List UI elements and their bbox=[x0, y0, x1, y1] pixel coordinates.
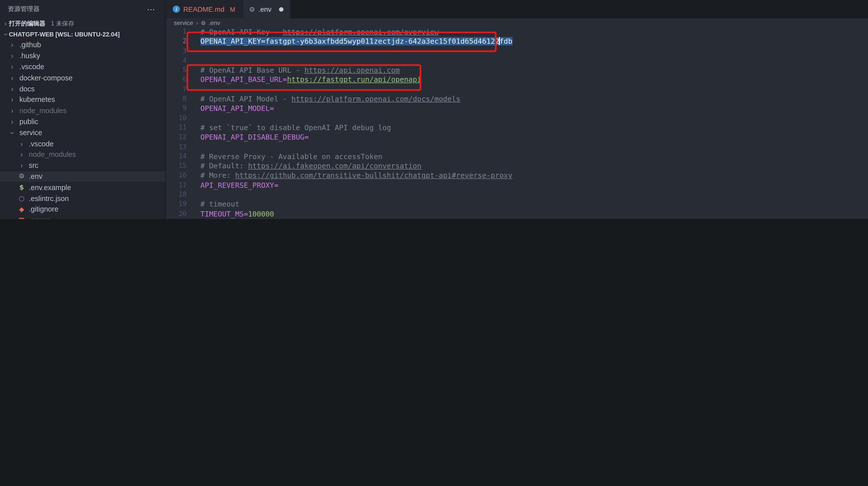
code-line-1[interactable]: 1# OpenAI API Key - https://platform.ope… bbox=[166, 27, 868, 37]
line-number: 11 bbox=[166, 123, 191, 132]
file-label: .npmrc bbox=[29, 216, 51, 219]
folder-chevron-slot: › bbox=[17, 139, 27, 148]
tree-item-.vscode[interactable]: ›.vscode bbox=[0, 138, 165, 149]
text-segment: # OpenAI API Model - bbox=[200, 95, 291, 103]
tree-item-.env[interactable]: ⚙.env bbox=[0, 171, 165, 182]
workspace-root-label: CHATGPT-WEB [WSL: UBUNTU-22.04] bbox=[9, 31, 120, 37]
file-label: service bbox=[20, 128, 42, 137]
file-label: .env.example bbox=[29, 183, 71, 192]
code-line-5[interactable]: 5# OpenAI API Base URL - https://api.ope… bbox=[166, 65, 868, 75]
line-number: 19 bbox=[166, 200, 191, 209]
tree-item-kubernetes[interactable]: ›kubernetes bbox=[0, 94, 165, 105]
tab-readme[interactable]: i README.md M bbox=[166, 0, 242, 18]
tree-item-.vscode[interactable]: ›.vscode bbox=[0, 61, 165, 72]
code-line-18[interactable]: 18 bbox=[166, 190, 868, 200]
line-content: API_REVERSE_PROXY= bbox=[191, 180, 278, 190]
tree-item-.gitignore[interactable]: ◆.gitignore bbox=[0, 204, 165, 215]
folder-chevron-slot: › bbox=[7, 74, 17, 82]
line-content: # OpenAI API Base URL - https://api.open… bbox=[191, 65, 400, 75]
file-label: node_modules bbox=[29, 150, 76, 159]
tab-env[interactable]: ⚙ .env bbox=[242, 0, 291, 18]
code-line-17[interactable]: 17API_REVERSE_PROXY= bbox=[166, 180, 868, 190]
git-icon: ◆ bbox=[17, 205, 26, 213]
line-number: 9 bbox=[166, 104, 191, 113]
code-line-19[interactable]: 19# timeout bbox=[166, 200, 868, 209]
tree-item-service[interactable]: ›service bbox=[0, 127, 165, 138]
tree-item-node_modules[interactable]: ›node_modules bbox=[0, 149, 165, 160]
code-line-6[interactable]: 6OPENAI_API_BASE_URL=https://fastgpt.run… bbox=[166, 75, 868, 85]
line-content: # timeout bbox=[191, 200, 239, 209]
line-number: 6 bbox=[166, 75, 191, 85]
explorer-sidebar: 资源管理器 ⋯ › 打开的编辑器 1 未保存 › CHATGPT-WEB [WS… bbox=[0, 0, 166, 219]
text-segment: # Default: bbox=[200, 162, 248, 170]
file-icon-slot: ○ bbox=[17, 195, 27, 202]
file-label: .husky bbox=[20, 52, 40, 60]
code-line-13[interactable]: 13 bbox=[166, 142, 868, 151]
text-segment: # More: bbox=[200, 171, 235, 179]
file-icon-slot: ⚙ bbox=[17, 173, 27, 180]
tree-item-docs[interactable]: ›docs bbox=[0, 83, 165, 94]
chevron-right-icon: › bbox=[9, 41, 16, 49]
code-line-15[interactable]: 15# Default: https://ai.fakeopen.com/api… bbox=[166, 161, 868, 171]
tab-label: .env bbox=[258, 5, 271, 13]
file-label: public bbox=[20, 117, 38, 125]
chevron-right-icon: › bbox=[9, 52, 16, 60]
tree-item-.npmrc[interactable]: .npmrc bbox=[0, 215, 165, 219]
code-line-20[interactable]: 20TIMEOUT_MS=100000 bbox=[166, 209, 868, 219]
text-segment: https://api.openai.com bbox=[305, 66, 400, 74]
unsaved-count-badge: 1 未保存 bbox=[51, 20, 74, 28]
file-icon-slot: ◆ bbox=[17, 205, 27, 213]
folder-chevron-slot: › bbox=[7, 117, 17, 125]
tree-item-node_modules[interactable]: ›node_modules bbox=[0, 105, 165, 116]
line-number: 7 bbox=[166, 85, 191, 94]
tree-item-.env.example[interactable]: $.env.example bbox=[0, 182, 165, 193]
file-label: docker-compose bbox=[20, 74, 73, 82]
text-segment: https://fastgpt.run/api/openapi bbox=[287, 76, 421, 84]
tree-item-.github[interactable]: ›.github bbox=[0, 39, 165, 50]
selection-highlight: OPENAI_API_KEY=fastgpt-y6b3axfbdd5wyp011… bbox=[200, 37, 513, 46]
file-icon-slot: $ bbox=[17, 183, 27, 191]
breadcrumb: service › ⚙ .env bbox=[166, 18, 868, 27]
breadcrumb-item-env[interactable]: .env bbox=[209, 20, 220, 26]
more-actions-icon[interactable]: ⋯ bbox=[147, 4, 155, 14]
line-content: TIMEOUT_MS=100000 bbox=[191, 209, 274, 219]
breadcrumb-item-service[interactable]: service bbox=[174, 20, 193, 26]
tree-item-.eslintrc.json[interactable]: ○.eslintrc.json bbox=[0, 193, 165, 204]
line-content: # OpenAI API Model - https://platform.op… bbox=[191, 94, 460, 104]
code-line-8[interactable]: 8# OpenAI API Model - https://platform.o… bbox=[166, 94, 868, 104]
unsaved-dot-icon[interactable] bbox=[279, 7, 284, 11]
code-line-2[interactable]: 2OPENAI_API_KEY=fastgpt-y6b3axfbdd5wyp01… bbox=[166, 37, 868, 46]
line-content bbox=[191, 113, 200, 123]
code-line-3[interactable]: 3 bbox=[166, 46, 868, 56]
text-segment: # set `true` to disable OpenAI API debug… bbox=[200, 124, 391, 132]
tree-item-docker-compose[interactable]: ›docker-compose bbox=[0, 72, 165, 83]
git-modified-badge: M bbox=[230, 6, 235, 12]
text-segment: fdb bbox=[499, 37, 513, 46]
tree-item-src[interactable]: ›src bbox=[0, 160, 165, 171]
code-line-12[interactable]: 12OPENAI_API_DISABLE_DEBUG= bbox=[166, 133, 868, 142]
text-segment: OPENAI_API_MODEL= bbox=[200, 105, 274, 113]
chevron-right-icon: › bbox=[18, 161, 25, 170]
tree-item-public[interactable]: ›public bbox=[0, 116, 165, 127]
line-content: OPENAI_API_KEY=fastgpt-y6b3axfbdd5wyp011… bbox=[191, 37, 513, 46]
code-line-9[interactable]: 9OPENAI_API_MODEL= bbox=[166, 104, 868, 113]
code-line-16[interactable]: 16# More: https://github.com/transitive-… bbox=[166, 171, 868, 180]
chevron-right-icon: › bbox=[9, 117, 16, 125]
code-line-14[interactable]: 14# Reverse Proxy - Available on accessT… bbox=[166, 151, 868, 161]
code-line-11[interactable]: 11# set `true` to disable OpenAI API deb… bbox=[166, 123, 868, 132]
code-line-10[interactable]: 10 bbox=[166, 113, 868, 123]
text-segment: # Reverse Proxy - Available on accessTok… bbox=[200, 152, 382, 161]
file-label: .vscode bbox=[29, 139, 54, 148]
eslint-icon: ○ bbox=[17, 195, 26, 202]
file-tree: ›.github›.husky›.vscode›docker-compose›d… bbox=[0, 39, 165, 219]
file-icon-slot bbox=[17, 218, 27, 219]
code-line-7[interactable]: 7 bbox=[166, 85, 868, 94]
tree-item-.husky[interactable]: ›.husky bbox=[0, 50, 165, 61]
open-editors-section[interactable]: › 打开的编辑器 1 未保存 bbox=[0, 18, 165, 29]
workspace-root-section[interactable]: › CHATGPT-WEB [WSL: UBUNTU-22.04] bbox=[0, 29, 165, 39]
code-line-4[interactable]: 4 bbox=[166, 56, 868, 65]
line-number: 5 bbox=[166, 65, 191, 75]
file-label: node_modules bbox=[20, 106, 67, 115]
code-area[interactable]: 1# OpenAI API Key - https://platform.ope… bbox=[166, 27, 868, 219]
folder-chevron-slot: › bbox=[7, 106, 17, 115]
